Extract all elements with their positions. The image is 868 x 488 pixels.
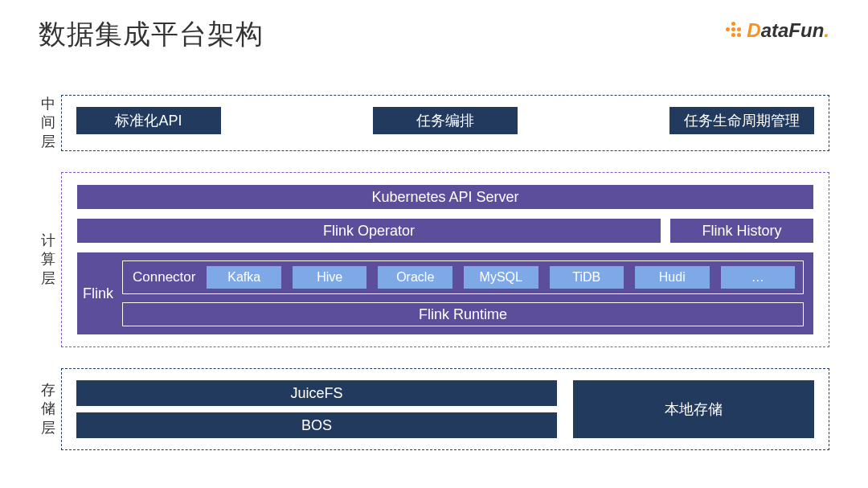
box-juicefs: JuiceFS xyxy=(76,380,557,406)
layer-compute-label: 计 算 层 xyxy=(39,172,58,347)
chip-tidb: TiDB xyxy=(550,266,624,289)
layer-storage-label: 存 储 层 xyxy=(39,368,58,450)
box-bos: BOS xyxy=(76,412,557,438)
layer-storage: 存 储 层 JuiceFS BOS 本地存储 xyxy=(39,368,829,450)
logo-rest: ataFun xyxy=(761,19,825,42)
slide-title: 数据集成平台架构 xyxy=(39,16,829,53)
layer-middle-label: 中 间 层 xyxy=(39,95,58,151)
box-flink-history: Flink History xyxy=(669,218,814,244)
layer-compute: 计 算 层 Kubernetes API Server Flink Operat… xyxy=(39,172,829,347)
box-connector: Connector Kafka Hive Oracle MySQL TiDB H… xyxy=(122,260,804,294)
box-flink: Flink Connector Kafka Hive Oracle MySQL … xyxy=(76,252,814,335)
datafun-logo: DataFun. xyxy=(724,19,829,42)
box-task-orchestration: 任务编排 xyxy=(373,107,518,134)
chip-kafka: Kafka xyxy=(207,266,281,289)
layer-middle: 中 间 层 标准化API 任务编排 任务生命周期管理 xyxy=(39,95,829,151)
logo-dots-icon xyxy=(724,20,745,41)
connector-label: Connector xyxy=(131,269,197,285)
chip-mysql: MySQL xyxy=(464,266,538,289)
chip-hudi: Hudi xyxy=(635,266,710,289)
chip-oracle: Oracle xyxy=(378,266,452,289)
flink-label: Flink xyxy=(77,252,119,334)
logo-dot: . xyxy=(824,19,829,42)
box-task-lifecycle: 任务生命周期管理 xyxy=(669,107,814,134)
box-k8s-api-server: Kubernetes API Server xyxy=(76,184,814,210)
box-local-storage: 本地存储 xyxy=(573,380,814,438)
chip-hive: Hive xyxy=(293,266,367,289)
logo-letter-d: D xyxy=(747,19,760,42)
box-flink-runtime: Flink Runtime xyxy=(122,302,804,326)
chip-more: … xyxy=(721,266,796,289)
box-flink-operator: Flink Operator xyxy=(76,218,661,244)
box-standard-api: 标准化API xyxy=(76,107,221,134)
